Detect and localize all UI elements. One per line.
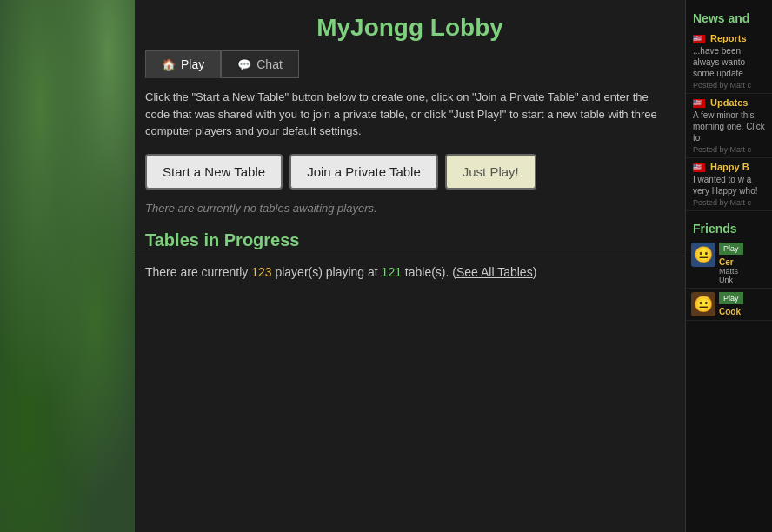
tabs-container: 🏠 Play 💬 Chat <box>135 50 685 78</box>
friend-item-1: 😐 Play Cer Matts Unk <box>686 239 772 289</box>
friend-name-1: Cer <box>719 257 767 267</box>
friend-play-button-1[interactable]: Play <box>719 243 743 255</box>
news-item-reports-text: ...have been always wanto some update <box>693 45 765 79</box>
stats-text-players-suffix: player(s) playing at <box>272 265 382 279</box>
description-text: Click the "Start a New Table" button bel… <box>135 89 685 140</box>
stats-text-end: ) <box>533 265 537 279</box>
chat-icon: 💬 <box>237 58 251 71</box>
no-tables-message: There are currently no tables awaiting p… <box>135 202 685 215</box>
friend-info-2: Play Cook <box>719 292 767 316</box>
page-title: MyJongg Lobby <box>135 0 685 50</box>
friend-status-1: Matts <box>719 267 767 276</box>
start-new-table-button[interactable]: Start a New Table <box>145 154 283 190</box>
news-section-title: News and <box>686 7 772 30</box>
sidebar-news-item-updates: 🇺🇸 Updates A few minor this morning one.… <box>686 94 772 158</box>
news-item-happy-title[interactable]: 🇺🇸 Happy B <box>693 162 765 172</box>
news-item-happy-text: I wanted to w a very Happy who! <box>693 174 765 196</box>
news-item-updates-posted: Posted by Matt c <box>693 145 765 154</box>
sidebar-news-item-happy: 🇺🇸 Happy B I wanted to w a very Happy wh… <box>686 158 772 211</box>
see-all-tables-link[interactable]: See All Tables <box>456 265 533 279</box>
just-play-button[interactable]: Just Play! <box>445 154 536 190</box>
friend-avatar-1: 😐 <box>691 243 715 267</box>
friend-play-button-2[interactable]: Play <box>719 292 743 304</box>
friend-avatar-2: 😐 <box>691 292 715 316</box>
news-item-happy-posted: Posted by Matt c <box>693 198 765 207</box>
news-item-updates-title[interactable]: 🇺🇸 Updates <box>693 97 765 108</box>
home-icon: 🏠 <box>162 58 176 71</box>
friend-status2-1: Unk <box>719 276 767 284</box>
flag-icon-happy: 🇺🇸 <box>693 163 705 172</box>
flag-icon-updates: 🇺🇸 <box>693 99 705 108</box>
news-item-updates-text: A few minor this morning one. Click to <box>693 110 765 143</box>
friends-title: Friends <box>686 218 772 239</box>
right-sidebar: News and 🇺🇸 Reports ...have been always … <box>685 0 772 532</box>
join-private-table-button[interactable]: Join a Private Table <box>290 154 438 190</box>
stats-text-before: There are currently <box>145 265 251 279</box>
left-decorative-panel <box>0 0 135 532</box>
friend-item-2: 😐 Play Cook <box>686 289 772 321</box>
main-content: MyJongg Lobby 🏠 Play 💬 Chat Click the "S… <box>135 0 685 532</box>
news-item-reports-posted: Posted by Matt c <box>693 81 765 90</box>
flag-icon-reports: 🇺🇸 <box>693 35 705 43</box>
tab-chat-label: Chat <box>256 57 283 71</box>
tables-stats: There are currently 123 player(s) playin… <box>135 265 685 279</box>
tab-play[interactable]: 🏠 Play <box>145 50 221 78</box>
player-count: 123 <box>251 265 271 279</box>
tab-chat[interactable]: 💬 Chat <box>221 50 299 78</box>
news-item-reports-title[interactable]: 🇺🇸 Reports <box>693 33 765 43</box>
action-buttons-container: Start a New Table Join a Private Table J… <box>135 154 685 190</box>
tab-play-label: Play <box>181 57 204 71</box>
tables-in-progress-heading: Tables in Progress <box>135 230 685 256</box>
sidebar-news-item-reports: 🇺🇸 Reports ...have been always wanto som… <box>686 30 772 94</box>
stats-text-tables-suffix: table(s). ( <box>402 265 456 279</box>
table-count: 121 <box>382 265 402 279</box>
friends-section: Friends 😐 Play Cer Matts Unk 😐 Play Cook <box>686 218 772 321</box>
friend-info-1: Play Cer Matts Unk <box>719 243 767 284</box>
friend-name-2: Cook <box>719 307 767 316</box>
